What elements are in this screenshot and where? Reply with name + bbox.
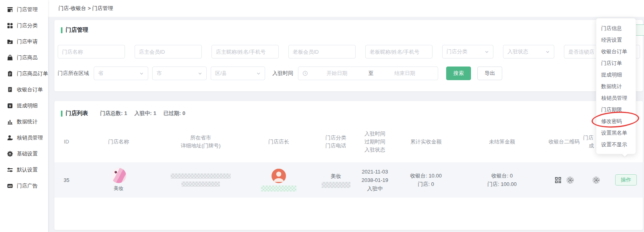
category-text: 美妆 xyxy=(331,172,341,180)
breadcrumb: 门店-收银台 > 门店管理 xyxy=(58,0,113,17)
ad-badge-icon: AD xyxy=(7,183,13,189)
category-grid-icon xyxy=(7,22,13,29)
gear-icon xyxy=(7,151,13,157)
store-list-card: 门店列表 门店总数:1 入驻中:1 已过期:0 ID 门店名称 所在省市 详细地… xyxy=(54,101,643,230)
menu-item-cashier-orders[interactable]: 收银台订单 xyxy=(596,46,636,57)
start-date-placeholder: 开始日期 xyxy=(308,70,366,77)
col-header-cashier-qr: 收银台二维码 xyxy=(545,138,583,146)
sidebar-item-store-ads[interactable]: AD 门店广告 xyxy=(0,178,48,194)
sidebar-item-label: 核销员管理 xyxy=(17,134,43,141)
col-header-received: 累计实收金额 xyxy=(393,138,459,146)
cell-category-phone: 美妆 xyxy=(315,172,357,188)
col-header-unsettled: 未结算金额 xyxy=(459,138,545,146)
sidebar-item-store-goods[interactable]: 门店商品 xyxy=(0,50,48,66)
sidebar-item-label: 门店商品 xyxy=(17,54,38,61)
cell-address xyxy=(159,173,243,187)
sidebar-item-label: 收银台订单 xyxy=(17,86,43,93)
boss-member-id-input[interactable] xyxy=(288,45,356,59)
round-qr-code-icon[interactable] xyxy=(566,176,574,184)
city-select[interactable]: 市 xyxy=(152,67,207,80)
stat-expired: 已过期:0 xyxy=(163,110,185,117)
qr-code-icon[interactable] xyxy=(555,177,561,184)
redacted-address-line1 xyxy=(171,173,231,179)
sidebar-item-label: 门店商品订单 xyxy=(17,70,48,77)
stat-active: 入驻中:1 xyxy=(135,110,157,117)
search-button[interactable]: 搜索 xyxy=(446,67,471,80)
menu-item-change-password[interactable]: 修改密码 xyxy=(596,115,636,127)
cell-time-status: 2021-11-03 2038-01-19 入驻中 xyxy=(357,167,393,193)
menu-item-commission-detail[interactable]: 提成明细 xyxy=(596,69,636,81)
cell-store-name: 美妆 xyxy=(78,168,159,192)
round-qr-code-icon[interactable] xyxy=(592,176,600,184)
menu-item-set-blacklist[interactable]: 设置黑名单 xyxy=(596,127,636,139)
region-label: 门店所在区域 xyxy=(58,70,89,77)
cell-action: 操作 xyxy=(609,174,643,186)
chevron-down-icon xyxy=(545,50,550,54)
menu-item-set-hidden[interactable]: 设置不显示 xyxy=(596,139,636,150)
sidebar-item-store-category[interactable]: 门店分类 xyxy=(0,18,48,34)
redacted-phone xyxy=(322,182,350,188)
boss-info-input[interactable] xyxy=(365,45,433,59)
col-header-time-status: 入驻时间 过期时间 入驻状态 xyxy=(357,130,393,154)
filter-row-2: 门店所在区域 省 市 区/县 入驻时间 开始日期 至 结束日期 搜索 导出 xyxy=(58,67,502,80)
col-header-store-name: 门店名称 xyxy=(78,138,159,146)
menu-item-data-statistics[interactable]: 数据统计 xyxy=(596,81,636,92)
sidebar-item-label: 门店广告 xyxy=(17,182,38,190)
sidebar-item-data-statistics[interactable]: 数据统计 xyxy=(0,114,48,130)
yen-badge-icon: ¥ xyxy=(7,103,13,109)
date-range-separator: 至 xyxy=(366,70,376,77)
sidebar-item-store-manage[interactable]: 门店管理 xyxy=(0,2,48,18)
sidebar-item-store-goods-orders[interactable]: 门店商品订单 xyxy=(0,66,48,82)
menu-item-store-info[interactable]: 门店信息 xyxy=(596,22,636,34)
owner-member-id-input[interactable] xyxy=(135,45,202,59)
sidebar: 门店管理 门店分类 门店申请 门店商品 门店商品订单 收银台订单 xyxy=(0,0,48,232)
menu-item-verifier-manage[interactable]: 核销员管理 xyxy=(596,92,636,104)
entry-status-select[interactable]: 入驻状态 xyxy=(503,45,554,59)
clock-icon xyxy=(302,71,308,76)
col-header-manager: 门店店长 xyxy=(243,138,315,146)
green-bar-marker xyxy=(61,27,62,33)
cell-unsettled: 收银台: 0 门店: 100.00 xyxy=(459,171,545,188)
menu-item-business-settings[interactable]: 经营设置 xyxy=(596,34,636,46)
cell-id: 35 xyxy=(54,177,78,183)
sidebar-item-verifier-manage[interactable]: 核销员管理 xyxy=(0,130,48,146)
sidebar-item-default-settings[interactable]: 默认设置 xyxy=(0,162,48,178)
bar-chart-icon xyxy=(7,119,13,125)
sidebar-item-label: 基础设置 xyxy=(17,150,38,157)
person-icon xyxy=(7,135,13,141)
chevron-down-icon xyxy=(139,71,144,76)
entry-status: 入驻中 xyxy=(367,184,383,193)
sidebar-item-cashier-orders[interactable]: 收银台订单 xyxy=(0,82,48,98)
table-header-row: ID 门店名称 所在省市 详细地址(门牌号) 门店店长 门店分类 门店电话 入驻… xyxy=(54,121,643,162)
district-select[interactable]: 区/县 xyxy=(211,67,265,80)
clipboard-icon xyxy=(7,71,13,77)
svg-text:¥: ¥ xyxy=(9,104,11,108)
redacted-address-line2 xyxy=(181,182,220,187)
col-header-category-phone: 门店分类 门店电话 xyxy=(315,134,357,150)
province-select[interactable]: 省 xyxy=(94,67,148,80)
menu-item-store-term[interactable]: 门店期限 xyxy=(596,104,636,115)
list-stats: 门店总数:1 入驻中:1 已过期:0 xyxy=(100,110,193,117)
menu-item-store-orders[interactable]: 门店订单 xyxy=(596,57,636,69)
sidebar-item-label: 门店分类 xyxy=(17,22,38,29)
store-name-input[interactable] xyxy=(58,45,125,59)
col-header-address: 所在省市 详细地址(门牌号) xyxy=(159,134,243,150)
chevron-down-icon xyxy=(198,71,202,76)
owner-info-input[interactable] xyxy=(211,45,279,59)
storefront-icon xyxy=(7,6,13,13)
end-date-placeholder: 结束日期 xyxy=(376,70,434,77)
store-avatar xyxy=(111,168,126,183)
sidebar-item-label: 门店申请 xyxy=(17,38,38,45)
sidebar-item-basic-settings[interactable]: 基础设置 xyxy=(0,146,48,162)
sidebar-item-store-apply[interactable]: 门店申请 xyxy=(0,34,48,50)
store-category-select[interactable]: 门店分类 xyxy=(442,45,493,59)
export-button[interactable]: 导出 xyxy=(477,67,502,80)
receipt-icon xyxy=(7,87,13,93)
action-dropdown-menu: 门店信息 经营设置 收银台订单 门店订单 提成明细 数据统计 核销员管理 门店期… xyxy=(596,18,636,154)
sidebar-item-commission-detail[interactable]: ¥ 提成明细 xyxy=(0,98,48,114)
store-name-text: 美妆 xyxy=(114,185,123,192)
cell-received: 收银台: 10.00 门店: 0 xyxy=(393,171,459,188)
svg-text:AD: AD xyxy=(8,185,12,188)
action-button[interactable]: 操作 xyxy=(615,174,637,186)
date-range-picker[interactable]: 开始日期 至 结束日期 xyxy=(298,67,438,80)
